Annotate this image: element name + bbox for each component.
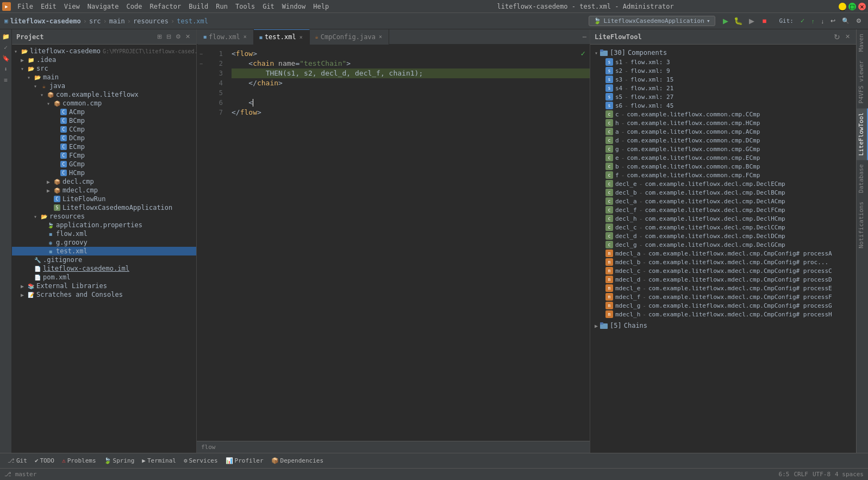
menu-build[interactable]: Build <box>185 2 211 11</box>
right-tab-p4vfs[interactable]: P4VFS viewer <box>857 56 868 108</box>
menu-edit[interactable]: Edit <box>38 2 60 11</box>
chains-section-header[interactable]: ▶ [5] Chains <box>595 321 852 331</box>
comp-decl-g[interactable]: c decl_g - com.example.liteflowx.decl.cm… <box>595 240 852 249</box>
tree-item-application-properties[interactable]: 🍃 application.properties <box>12 221 196 229</box>
tree-item-main[interactable]: ▾ 📂 main <box>12 73 196 82</box>
menu-refactor[interactable]: Refactor <box>146 2 184 11</box>
tree-item-decl-cmp[interactable]: ▶ 📦 decl.cmp <box>12 177 196 186</box>
comp-decl-a[interactable]: c decl_a - com.example.liteflowx.decl.cm… <box>595 197 852 205</box>
comp-mdecl-g[interactable]: m mdecl_g - com.example.liteflowx.mdecl.… <box>595 301 852 310</box>
comp-d[interactable]: c d - com.example.liteflowx.common.cmp.D… <box>595 136 852 145</box>
close-button[interactable]: × <box>858 3 866 10</box>
panel-hide[interactable]: ✕ <box>184 33 192 41</box>
comp-decl-b[interactable]: c decl_b - com.example.liteflowx.decl.cm… <box>595 188 852 197</box>
sidebar-pullrequests-icon[interactable]: ⬇ <box>1 64 11 74</box>
tree-item-test-xml[interactable]: ◼ test.xml <box>12 247 196 255</box>
debug-button[interactable]: 🐛 <box>733 15 745 27</box>
project-name[interactable]: liteflowx-casedemo <box>10 17 81 25</box>
breadcrumb-src[interactable]: src <box>89 17 101 25</box>
stop-button[interactable]: ■ <box>759 15 771 27</box>
tree-item-mdecl-cmp[interactable]: ▶ 📦 mdecl.cmp <box>12 186 196 195</box>
undo-button[interactable]: ↩ <box>828 16 838 26</box>
sidebar-structure-icon[interactable]: ≡ <box>1 75 11 85</box>
menu-help[interactable]: Help <box>310 2 332 11</box>
tree-item-GCmp[interactable]: C GCmp <box>12 160 196 169</box>
status-git-branch[interactable]: ⎇ master <box>4 471 36 478</box>
tab-test-xml-close[interactable]: × <box>298 34 304 41</box>
git-push-button[interactable]: ↑ <box>809 17 817 26</box>
bottom-terminal-btn[interactable]: ▶ Terminal <box>139 456 179 465</box>
comp-s1[interactable]: s s1 - flow.xml: 3 <box>595 58 852 66</box>
comp-mdecl-f[interactable]: m mdecl_f - com.example.liteflowx.mdecl.… <box>595 292 852 301</box>
tree-item-idea[interactable]: ▶ 📁 .idea <box>12 55 196 64</box>
tab-cmpconfig-java[interactable]: ☕ CmpConfig.java × <box>310 29 389 45</box>
tree-item-flow-xml[interactable]: ◼ flow.xml <box>12 229 196 238</box>
breadcrumb-main[interactable]: main <box>109 17 125 25</box>
tree-item-ECmp[interactable]: C ECmp <box>12 142 196 151</box>
menu-code[interactable]: Code <box>123 2 146 11</box>
comp-decl-c[interactable]: c decl_c - com.example.liteflowx.decl.cm… <box>595 223 852 232</box>
menu-tools[interactable]: Tools <box>232 2 258 11</box>
menu-navigate[interactable]: Navigate <box>84 2 122 11</box>
right-panel-refresh[interactable]: ↻ <box>833 32 841 42</box>
tree-item-FCmp[interactable]: C FCmp <box>12 151 196 160</box>
comp-s6[interactable]: s s6 - flow.xml: 45 <box>595 101 852 110</box>
tab-test-xml[interactable]: ◼ test.xml × <box>254 29 310 45</box>
minimize-button[interactable]: _ <box>839 3 846 10</box>
tree-item-LiteFlowRun[interactable]: C LiteFlowRun <box>12 195 196 203</box>
tree-item-gitignore[interactable]: 🔧 .gitignore <box>12 255 196 264</box>
status-position[interactable]: 6:5 <box>779 471 790 478</box>
editor-more-tabs[interactable]: ⋯ <box>579 33 590 41</box>
status-indent[interactable]: 4 spaces <box>835 471 864 478</box>
comp-decl-e[interactable]: c decl_e - com.example.liteflowx.decl.cm… <box>595 179 852 188</box>
tree-item-src[interactable]: ▾ 📂 src <box>12 64 196 73</box>
tree-item-external-libs[interactable]: ▶ 📚 External Libraries <box>12 282 196 290</box>
sidebar-project-icon[interactable]: 📁 <box>1 32 11 41</box>
status-line-endings[interactable]: CRLF <box>794 471 808 478</box>
status-encoding[interactable]: UTF-8 <box>813 471 830 478</box>
tree-item-scratches[interactable]: ▶ 📝 Scratches and Consoles <box>12 290 196 299</box>
comp-decl-f[interactable]: c decl_f - com.example.liteflowx.decl.cm… <box>595 205 852 214</box>
tab-cmpconfig-close[interactable]: × <box>378 33 383 40</box>
bottom-profiler-btn[interactable]: 📊 Profiler <box>222 456 267 465</box>
right-panel-close[interactable]: ✕ <box>844 32 852 42</box>
code-editor[interactable]: − − 1 2 3 4 5 6 7 <box>197 45 590 441</box>
panel-gear[interactable]: ⚙ <box>174 33 183 41</box>
comp-a[interactable]: c a - com.example.liteflowx.common.cmp.A… <box>595 127 852 136</box>
comp-mdecl-d[interactable]: m mdecl_d - com.example.liteflowx.mdecl.… <box>595 275 852 284</box>
tree-item-pom[interactable]: 📄 pom.xml <box>12 273 196 282</box>
tab-flow-xml[interactable]: ◼ flow.xml × <box>198 29 254 45</box>
components-section-header[interactable]: ▾ [30] Components <box>595 48 852 58</box>
comp-decl-h[interactable]: c decl_h - com.example.liteflowx.decl.cm… <box>595 214 852 223</box>
comp-b[interactable]: c b - com.example.liteflowx.common.cmp.B… <box>595 162 852 171</box>
right-tab-maven[interactable]: Maven <box>857 29 868 56</box>
sidebar-bookmarks-icon[interactable]: 🔖 <box>1 53 11 63</box>
right-tab-liteflow[interactable]: LiteFlowTool <box>857 108 868 160</box>
tree-item-g-groovy[interactable]: ◉ g.groovy <box>12 238 196 247</box>
sidebar-commit-icon[interactable]: ✓ <box>1 42 11 52</box>
fold-1[interactable]: − <box>197 49 205 59</box>
git-commit-button[interactable]: ✓ <box>798 16 807 26</box>
tree-item-ACmp[interactable]: C ACmp <box>12 108 196 116</box>
comp-g[interactable]: c g - com.example.liteflowx.common.cmp.G… <box>595 145 852 153</box>
tree-item-common-cmp[interactable]: ▾ 📦 common.cmp <box>12 99 196 108</box>
menu-run[interactable]: Run <box>213 2 231 11</box>
run-config-selector[interactable]: 🍃 LiteflowxCasedemoApplication ▾ <box>589 16 715 26</box>
tree-item-DCmp[interactable]: C DCmp <box>12 134 196 142</box>
comp-s4[interactable]: s s4 - flow.xml: 21 <box>595 84 852 92</box>
menu-git[interactable]: Git <box>259 2 278 11</box>
search-button[interactable]: 🔍 <box>840 16 852 26</box>
right-tab-notifications[interactable]: Notifications <box>857 197 868 253</box>
right-tab-database[interactable]: Database <box>857 160 868 197</box>
bottom-problems-btn[interactable]: ⚠ Problems <box>59 456 99 465</box>
tree-item-java[interactable]: ▾ ☕ java <box>12 82 196 90</box>
tree-item-CCmp[interactable]: C CCmp <box>12 125 196 134</box>
tree-item-package-root[interactable]: ▾ 📦 com.example.liteflowx <box>12 90 196 99</box>
breadcrumb-file[interactable]: test.xml <box>177 17 208 25</box>
panel-expand-all[interactable]: ⊞ <box>155 33 164 41</box>
comp-mdecl-b[interactable]: m mdecl_b - com.example.liteflowx.mdecl.… <box>595 258 852 266</box>
menu-view[interactable]: View <box>61 2 83 11</box>
tree-item-HCmp[interactable]: C HCmp <box>12 169 196 177</box>
comp-mdecl-h[interactable]: m mdecl_h - com.example.liteflowx.mdecl.… <box>595 310 852 319</box>
comp-s5[interactable]: s s5 - flow.xml: 27 <box>595 92 852 101</box>
